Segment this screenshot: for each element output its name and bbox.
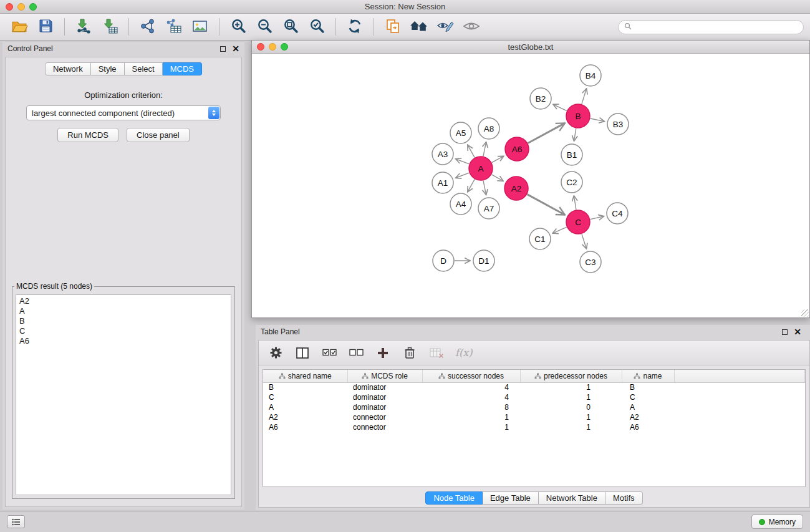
network-edge-B-B3[interactable] [591, 118, 605, 122]
show-panels-button[interactable] [7, 515, 25, 528]
network-edge-C-C1[interactable] [552, 227, 567, 233]
network-node-A1[interactable]: A1 [432, 172, 453, 193]
network-node-A5[interactable]: A5 [450, 122, 471, 143]
table-cell[interactable]: A [263, 402, 347, 412]
float-table-panel-icon[interactable] [782, 329, 788, 335]
mcds-result-item[interactable]: B [19, 316, 228, 326]
network-edge-C-C4[interactable] [591, 216, 604, 220]
table-cell[interactable]: connector [347, 412, 422, 422]
network-node-C[interactable]: C [566, 210, 590, 234]
table-cell[interactable]: 8 [422, 402, 520, 412]
tab-style[interactable]: Style [91, 62, 125, 75]
network-edge-A-A8[interactable] [483, 142, 486, 157]
table-cell[interactable]: 1 [520, 422, 622, 432]
network-edge-B-B2[interactable] [553, 104, 567, 110]
delete-column-button[interactable] [402, 344, 418, 362]
table-row[interactable]: A6connector11A6 [263, 422, 805, 432]
table-cell[interactable]: C [622, 392, 674, 402]
column-header-name[interactable]: name [622, 370, 674, 382]
network-node-A8[interactable]: A8 [478, 118, 499, 139]
criterion-dropdown[interactable]: largest connected component (directed) [26, 105, 221, 120]
show-columns-button[interactable] [294, 344, 311, 362]
mcds-result-item[interactable]: C [19, 326, 228, 336]
run-mcds-button[interactable]: Run MCDS [57, 128, 118, 142]
table-cell[interactable]: 0 [520, 402, 622, 412]
close-panel-button[interactable]: Close panel [127, 128, 190, 142]
function-builder-button[interactable]: f(x) [455, 344, 472, 362]
float-panel-icon[interactable] [220, 46, 226, 52]
network-edge-A-A3[interactable] [456, 159, 470, 164]
table-row[interactable]: A2connector11A2 [263, 412, 805, 422]
network-node-C1[interactable]: C1 [529, 228, 551, 249]
close-table-panel-icon[interactable]: ✕ [794, 329, 801, 335]
network-edge-A6-B[interactable] [528, 123, 565, 143]
network-edge-A-A1[interactable] [456, 173, 470, 178]
close-panel-icon[interactable]: ✕ [232, 46, 239, 52]
tab-select[interactable]: Select [125, 62, 163, 75]
search-field[interactable] [618, 20, 804, 34]
table-cell[interactable]: 1 [422, 412, 520, 422]
table-cell[interactable]: B [263, 382, 347, 392]
tab-motifs[interactable]: Motifs [605, 491, 643, 505]
unselect-all-button[interactable] [348, 344, 364, 362]
network-edge-A2-C[interactable] [528, 195, 565, 215]
network-node-A3[interactable]: A3 [432, 143, 453, 165]
table-cell[interactable]: dominator [347, 402, 422, 412]
delete-table-button[interactable] [428, 344, 445, 362]
network-edge-B-B4[interactable] [582, 89, 587, 104]
table-cell[interactable]: 4 [422, 392, 520, 402]
tab-network[interactable]: Network [45, 62, 91, 75]
network-close-button[interactable] [257, 43, 264, 51]
zoom-fit-button[interactable] [279, 16, 302, 38]
network-node-A6[interactable]: A6 [505, 137, 529, 161]
network-edge-C-C3[interactable] [582, 234, 586, 249]
mcds-result-item[interactable]: A2 [19, 296, 228, 306]
network-edge-A-A6[interactable] [492, 156, 504, 162]
zoom-selected-button[interactable] [305, 16, 329, 38]
column-header-shared-name[interactable]: shared name [263, 370, 347, 382]
select-all-button[interactable] [321, 344, 337, 362]
network-node-C4[interactable]: C4 [607, 203, 628, 224]
zoom-in-button[interactable] [226, 16, 250, 38]
table-row[interactable]: Bdominator41B [263, 382, 805, 392]
network-node-B2[interactable]: B2 [530, 88, 551, 109]
table-cell[interactable]: A6 [263, 422, 347, 432]
network-edge-A-A2[interactable] [491, 175, 503, 181]
network-node-A7[interactable]: A7 [478, 198, 499, 219]
duplicate-view-button[interactable] [381, 16, 405, 38]
column-header-predecessor-nodes[interactable]: predecessor nodes [520, 370, 622, 382]
table-cell[interactable]: A [622, 402, 674, 412]
network-node-B3[interactable]: B3 [607, 114, 629, 135]
network-edge-B-B1[interactable] [574, 128, 576, 142]
table-cell[interactable]: 1 [520, 382, 622, 392]
network-node-B[interactable]: B [566, 104, 590, 128]
table-cell[interactable]: 1 [520, 412, 622, 422]
tab-node-table[interactable]: Node Table [425, 491, 483, 505]
network-node-B4[interactable]: B4 [580, 65, 601, 86]
network-zoom-button[interactable] [281, 43, 288, 51]
table-cell[interactable]: A2 [263, 412, 347, 422]
network-node-C3[interactable]: C3 [580, 251, 601, 273]
open-session-button[interactable] [7, 16, 31, 38]
table-cell[interactable]: 1 [520, 392, 622, 402]
mcds-result-item[interactable]: A [19, 306, 228, 316]
network-canvas[interactable]: B4B2BB3A5A8A6A3B1AA1C2A2A4A7CC4C1C3DD1 [252, 54, 809, 317]
network-node-B1[interactable]: B1 [561, 144, 582, 165]
search-input[interactable] [635, 22, 798, 31]
table-cell[interactable]: A2 [622, 412, 674, 422]
new-network-table-button[interactable] [162, 16, 186, 38]
zoom-out-button[interactable] [253, 16, 276, 38]
column-header-MCDS-role[interactable]: MCDS role [347, 370, 422, 382]
table-row[interactable]: Cdominator41C [263, 392, 805, 402]
table-cell[interactable]: 4 [422, 382, 520, 392]
import-table-button[interactable] [98, 16, 122, 38]
refresh-view-button[interactable] [343, 16, 367, 38]
network-window-titlebar[interactable]: testGlobe.txt [252, 41, 809, 54]
network-minimize-button[interactable] [269, 43, 276, 51]
home-views-button[interactable] [407, 16, 431, 38]
resize-grip[interactable] [801, 309, 809, 317]
network-node-D1[interactable]: D1 [473, 250, 494, 271]
tab-network-table[interactable]: Network Table [539, 491, 605, 505]
table-cell[interactable]: C [263, 392, 347, 402]
table-cell[interactable]: connector [347, 422, 422, 432]
